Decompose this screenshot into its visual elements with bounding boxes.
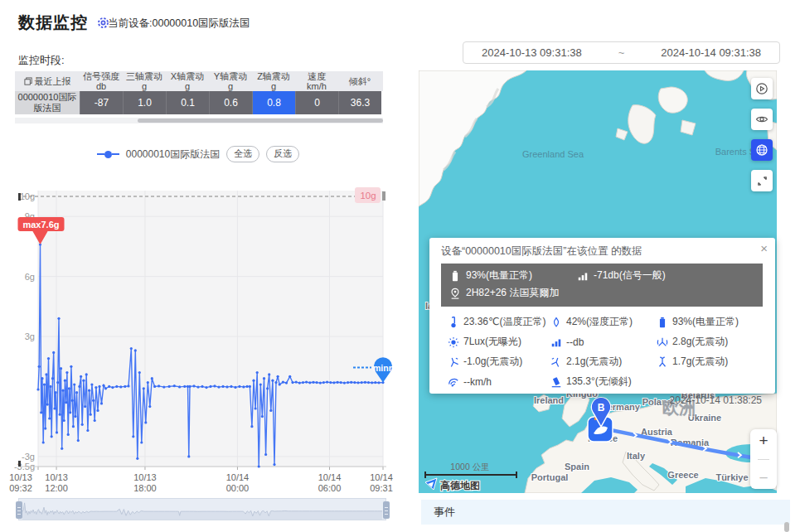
globe-icon xyxy=(755,143,768,157)
signal-cell: -87 xyxy=(80,91,123,114)
tilt-icon xyxy=(550,376,562,388)
datazoom-waveform xyxy=(19,499,385,520)
popup-close-icon[interactable]: × xyxy=(760,242,768,254)
thermometer-icon xyxy=(448,317,459,328)
svg-text:10/13: 10/13 xyxy=(45,472,68,482)
table-horizontal-scrollbar[interactable] xyxy=(15,118,383,123)
svg-text:max7.6g: max7.6g xyxy=(22,220,59,230)
datazoom-handle-right[interactable] xyxy=(383,501,390,519)
scrollbar-thumb[interactable] xyxy=(138,118,383,123)
chart-legend: 00000010国际版法国 全选 反选 xyxy=(0,146,396,162)
svg-text:12:00: 12:00 xyxy=(45,483,68,493)
svg-text:minnull: minnull xyxy=(373,363,396,373)
status-signal: -71db(信号一般) xyxy=(577,267,666,284)
svg-text:10/13: 10/13 xyxy=(133,472,157,482)
date-separator: ~ xyxy=(618,46,625,59)
table-header-x: X轴震动 g xyxy=(166,71,209,91)
svg-text:3g: 3g xyxy=(25,331,35,341)
x-vib-cell: 0.1 xyxy=(166,91,209,114)
popup-timestamp: 2024-10-14 01:38:25 xyxy=(429,394,775,406)
legend-series-label[interactable]: 00000010国际版法国 xyxy=(126,148,220,162)
scale-bar-label: 1000 公里 xyxy=(450,462,489,472)
battery-icon xyxy=(657,317,668,328)
map-zoom-control: + − xyxy=(750,429,777,489)
y-axis-handle-bottom[interactable] xyxy=(18,461,21,467)
table-header-row: 最近上报 信号强度 db 三轴震动 g X轴震动 g Y轴震动 g Z轴震动 g… xyxy=(15,71,383,91)
location-pin-icon xyxy=(449,288,461,299)
svg-text:10g: 10g xyxy=(360,191,376,201)
svg-text:18:00: 18:00 xyxy=(133,483,157,493)
metric-vibration-x: -1.0g(无震动) xyxy=(448,355,550,369)
zoom-in-button[interactable]: + xyxy=(759,433,768,448)
date-range-picker[interactable]: 2024-10-13 09:31:38 ~ 2024-10-14 09:31:3… xyxy=(463,41,780,64)
metric-battery: 93%(电量正常) xyxy=(657,315,764,329)
table-header-text: 最近上报 xyxy=(35,76,71,86)
svg-text:-3g: -3g xyxy=(22,452,35,462)
triaxial-cell: 1.0 xyxy=(123,91,166,114)
legend-marker-icon[interactable] xyxy=(97,151,119,158)
y-axis-handle-top[interactable] xyxy=(18,193,21,201)
vibration-y-icon xyxy=(550,356,562,368)
popup-status-bar: 93%(电量正常) -71db(信号一般) 2H82+26 法国莫爾加 xyxy=(441,264,763,307)
table-header-y: Y轴震动 g xyxy=(209,71,252,91)
svg-text:10/13: 10/13 xyxy=(9,472,32,482)
datazoom-slider[interactable] xyxy=(18,498,386,520)
map-visibility-button[interactable] xyxy=(751,109,773,130)
amap-logo-text: 高德地图 xyxy=(440,480,480,491)
events-scrollbar-thumb[interactable] xyxy=(784,522,789,532)
humidity-droplet-icon xyxy=(550,317,562,328)
vibration-icon xyxy=(657,336,668,348)
invert-select-button[interactable]: 反选 xyxy=(266,146,299,162)
map-label: Austria xyxy=(641,427,673,437)
map-globe-button[interactable] xyxy=(751,139,773,161)
events-panel: 事件 xyxy=(421,500,790,525)
signal-icon xyxy=(550,336,562,348)
svg-text:09:31: 09:31 xyxy=(370,483,393,493)
z-vib-cell-highlighted[interactable]: 0.8 xyxy=(252,91,295,114)
svg-text:10/14: 10/14 xyxy=(318,472,342,482)
monitor-period-label: 监控时段: xyxy=(18,53,65,68)
speed-icon xyxy=(448,376,459,388)
table-header-triaxial: 三轴震动 g xyxy=(123,71,166,91)
metric-vibration-z: 1.7g(无震动) xyxy=(657,355,764,369)
amap-logo[interactable]: 高德地图 xyxy=(425,478,480,491)
table-header-tilt: 倾斜° xyxy=(338,71,381,91)
metric-tilt: 135.3°(无倾斜) xyxy=(550,375,657,389)
speed-cell: 0 xyxy=(295,91,338,114)
popup-title: 设备“00000010国际版法国”在该位置 的数据 xyxy=(429,238,775,264)
y-vib-cell: 0.6 xyxy=(209,91,252,114)
eye-icon xyxy=(755,113,768,126)
device-info-popup: × 设备“00000010国际版法国”在该位置 的数据 93%(电量正常) -7… xyxy=(429,238,775,394)
date-end[interactable]: 2024-10-14 09:31:38 xyxy=(661,46,761,59)
svg-text:10/14: 10/14 xyxy=(370,472,393,482)
datazoom-handle-left[interactable] xyxy=(16,501,22,519)
svg-text:00:00: 00:00 xyxy=(226,483,250,493)
events-title: 事件 xyxy=(434,505,455,520)
zoom-out-button[interactable]: − xyxy=(759,470,768,486)
metric-vibration-total: 2.8g(无震动) xyxy=(657,335,764,349)
device-name-cell[interactable]: 00000010国际版法国 xyxy=(15,91,80,114)
current-device-label: 当前设备:00000010国际版法国 xyxy=(108,17,250,31)
table-header-speed: 速度 km/h xyxy=(295,71,338,91)
report-icon xyxy=(24,77,33,86)
map-fullscreen-button[interactable] xyxy=(751,170,773,191)
table-header-z: Z轴震动 g xyxy=(252,71,295,91)
table-row[interactable]: 00000010国际版法国 -87 1.0 0.1 0.6 0.8 0 36.3 xyxy=(15,91,383,114)
status-battery: 93%(电量正常) xyxy=(449,267,532,284)
select-all-button[interactable]: 全选 xyxy=(226,146,259,162)
play-icon xyxy=(761,87,764,91)
metric-light: 7Lux(无曝光) xyxy=(448,335,550,349)
zoom-slider[interactable] xyxy=(758,459,769,460)
map-play-button[interactable] xyxy=(751,78,773,99)
metric-speed: --km/h xyxy=(448,375,550,389)
page-title: 数据监控 xyxy=(18,12,88,34)
plot-area[interactable] xyxy=(38,191,383,467)
date-start[interactable]: 2024-10-13 09:31:38 xyxy=(482,46,582,59)
svg-text:6g: 6g xyxy=(25,272,35,282)
device-table: 最近上报 信号强度 db 三轴震动 g X轴震动 g Y轴震动 g Z轴震动 g… xyxy=(15,71,383,114)
sun-icon xyxy=(448,336,459,348)
metric-vibration-y: 2.1g(无震动) xyxy=(550,355,657,369)
table-header-device: 最近上报 xyxy=(15,71,80,91)
svg-text:06:00: 06:00 xyxy=(318,483,342,493)
vibration-line-chart[interactable]: 10g9g6g3g-3g-3.5g10/13 09:3210/13 12:001… xyxy=(0,184,396,495)
